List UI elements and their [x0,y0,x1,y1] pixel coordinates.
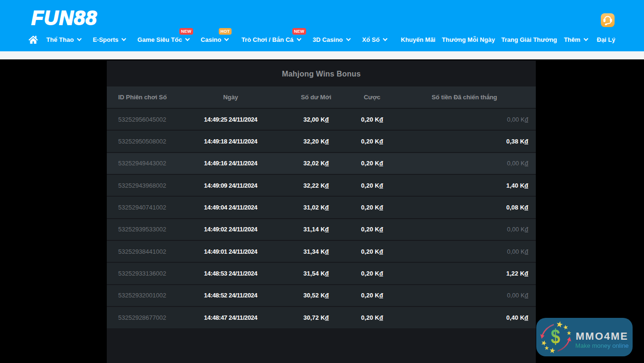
svg-text:FUN88: FUN88 [31,7,97,28]
svg-text:$: $ [551,325,560,348]
